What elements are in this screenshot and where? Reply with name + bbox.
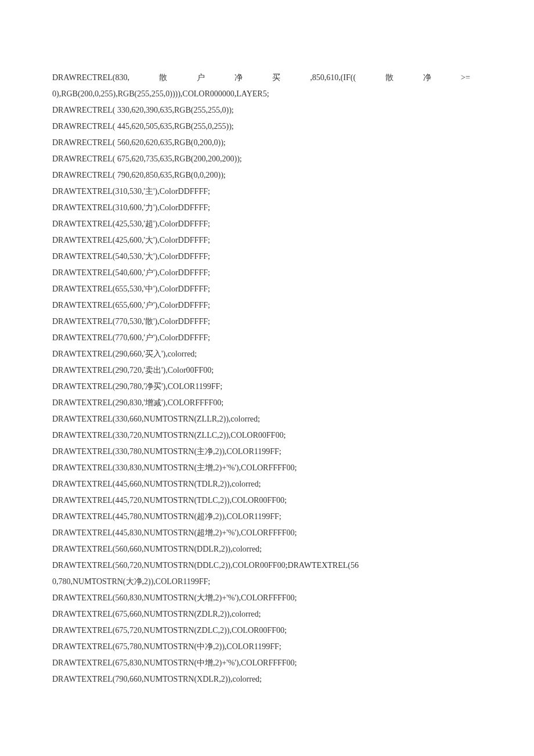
- code-line: 0),RGB(200,0,255),RGB(255,255,0)))),COLO…: [52, 86, 470, 102]
- code-token: 净: [423, 70, 431, 86]
- code-token: 买: [272, 70, 280, 86]
- code-token: >=: [461, 70, 470, 86]
- code-line: DRAWRECTREL( 445,620,505,635,RGB(255,0,2…: [52, 118, 470, 135]
- code-line: DRAWTEXTREL(790,660,NUMTOSTRN(XDLR,2)),c…: [52, 671, 470, 687]
- code-token: 净: [234, 70, 243, 86]
- code-line: DRAWTEXTREL(290,780,'净买'),COLOR1199FF;: [52, 379, 470, 395]
- code-line: DRAWTEXTREL(540,600,'户'),ColorDDFFFF;: [52, 265, 470, 281]
- code-line: DRAWTEXTREL(290,660,'买入'),colorred;: [52, 346, 470, 362]
- code-line: DRAWTEXTREL(330,830,NUMTOSTRN(主增,2)+'%')…: [52, 460, 470, 476]
- code-line: DRAWTEXTREL(560,830,NUMTOSTRN(大增,2)+'%')…: [52, 590, 470, 606]
- code-line: DRAWTEXTREL(290,830,'增减'),COLORFFFF00;: [52, 395, 470, 411]
- code-line: DRAWTEXTREL(310,600,'力'),ColorDDFFFF;: [52, 200, 470, 216]
- code-line: DRAWTEXTREL(445,660,NUMTOSTRN(TDLR,2)),c…: [52, 476, 470, 492]
- code-line: DRAWTEXTREL(675,780,NUMTOSTRN(中净,2)),COL…: [52, 639, 470, 655]
- code-token: DRAWRECTREL(830,: [52, 70, 129, 86]
- code-line: DRAWTEXTREL(540,530,'大'),ColorDDFFFF;: [52, 249, 470, 265]
- code-line: DRAWTEXTREL(770,600,'户'),ColorDDFFFF;: [52, 330, 470, 346]
- code-line: DRAWTEXTREL(655,530,'中'),ColorDDFFFF;: [52, 281, 470, 297]
- code-line: DRAWTEXTREL(445,780,NUMTOSTRN(超净,2)),COL…: [52, 509, 470, 525]
- code-line: DRAWTEXTREL(675,660,NUMTOSTRN(ZDLR,2)),c…: [52, 606, 470, 622]
- code-line: DRAWTEXTREL(655,600,'户'),ColorDDFFFF;: [52, 297, 470, 314]
- code-line: DRAWRECTREL( 790,620,850,635,RGB(0,0,200…: [52, 167, 470, 183]
- code-line: 0,780,NUMTOSTRN(大净,2)),COLOR1199FF;: [52, 574, 470, 590]
- code-line: DRAWRECTREL( 330,620,390,635,RGB(255,255…: [52, 102, 470, 118]
- code-line: DRAWTEXTREL(675,830,NUMTOSTRN(中增,2)+'%')…: [52, 655, 470, 671]
- code-token: 散: [385, 70, 394, 86]
- code-line: DRAWTEXTREL(445,720,NUMTOSTRN(TDLC,2)),C…: [52, 492, 470, 509]
- code-line: DRAWTEXTREL(770,530,'散'),ColorDDFFFF;: [52, 314, 470, 330]
- code-line: DRAWTEXTREL(425,600,'大'),ColorDDFFFF;: [52, 232, 470, 249]
- code-line: DRAWTEXTREL(425,530,'超'),ColorDDFFFF;: [52, 216, 470, 232]
- code-line: DRAWRECTREL(830,散户净买,850,610,(IF((散净>=: [52, 70, 470, 86]
- code-token: 户: [197, 70, 205, 86]
- code-line: DRAWTEXTREL(675,720,NUMTOSTRN(ZDLC,2)),C…: [52, 622, 470, 639]
- code-token: 散: [159, 70, 167, 86]
- code-line: DRAWTEXTREL(330,660,NUMTOSTRN(ZLLR,2)),c…: [52, 411, 470, 427]
- code-line: DRAWTEXTREL(560,660,NUMTOSTRN(DDLR,2)),c…: [52, 541, 470, 557]
- code-line: DRAWTEXTREL(330,720,NUMTOSTRN(ZLLC,2)),C…: [52, 427, 470, 444]
- code-content: DRAWRECTREL(830,散户净买,850,610,(IF((散净>=0)…: [0, 0, 534, 722]
- code-line: DRAWTEXTREL(310,530,'主'),ColorDDFFFF;: [52, 183, 470, 200]
- code-line: DRAWRECTREL( 675,620,735,635,RGB(200,200…: [52, 151, 470, 167]
- code-line: DRAWTEXTREL(560,720,NUMTOSTRN(DDLC,2)),C…: [52, 557, 470, 574]
- code-line: DRAWRECTREL( 560,620,620,635,RGB(0,200,0…: [52, 135, 470, 151]
- code-line: DRAWTEXTREL(330,780,NUMTOSTRN(主净,2)),COL…: [52, 444, 470, 460]
- code-line: DRAWTEXTREL(290,720,'卖出'),Color00FF00;: [52, 362, 470, 379]
- code-line: DRAWTEXTREL(445,830,NUMTOSTRN(超增,2)+'%')…: [52, 525, 470, 541]
- code-token: ,850,610,(IF((: [310, 70, 356, 86]
